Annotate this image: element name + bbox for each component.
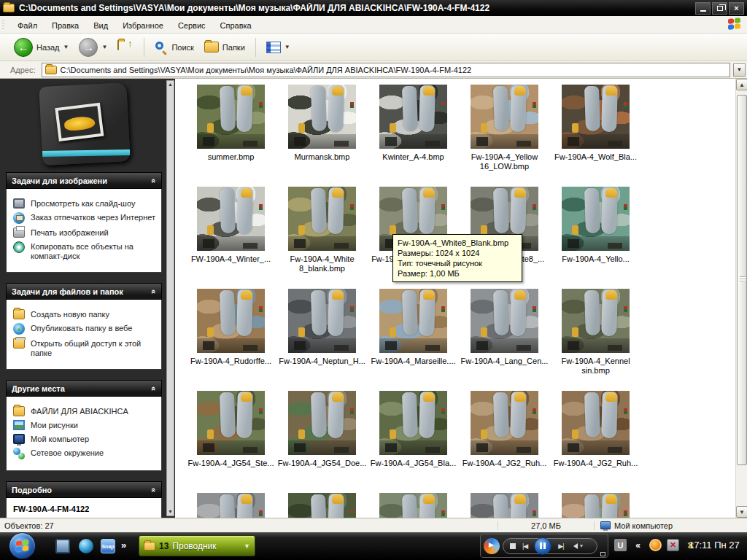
pause-button[interactable] <box>534 537 551 555</box>
task-panel-header[interactable]: Задачи для изображени « <box>6 172 162 189</box>
toolbar-grip[interactable] <box>2 19 4 30</box>
task-link[interactable]: Создать новую папку <box>13 310 157 319</box>
file-thumbnail[interactable] <box>562 391 630 455</box>
task-link[interactable]: Заказ отпечатков через Интернет <box>13 213 157 224</box>
scroll-down-icon[interactable]: ▼ <box>167 508 174 516</box>
file-item[interactable]: Kwinter_A-4.bmp <box>368 85 459 187</box>
tray-chevron-icon[interactable]: « <box>632 539 644 551</box>
folders-button[interactable]: Папки <box>201 39 249 55</box>
file-item[interactable]: Fw-190A-4_Yellow 16_LOW.bmp <box>459 85 550 187</box>
scroll-down-button[interactable]: ▼ <box>736 506 747 518</box>
file-thumbnail[interactable] <box>197 187 265 251</box>
file-thumbnail[interactable] <box>288 85 356 149</box>
taskbar-clock[interactable]: 17:11 Пн 27 <box>689 540 740 551</box>
file-thumbnail[interactable] <box>471 493 538 518</box>
toolbar-spinner[interactable] <box>600 541 605 551</box>
file-thumbnail[interactable] <box>562 289 630 353</box>
file-thumbnail[interactable] <box>197 493 265 518</box>
file-item[interactable]: Fw-190A-4_White 8_blank.bmp <box>276 187 368 289</box>
restore-player-icon[interactable] <box>600 552 605 556</box>
file-thumbnail[interactable] <box>379 289 447 353</box>
stop-button[interactable] <box>510 543 516 549</box>
file-thumbnail[interactable] <box>562 187 630 251</box>
up-button[interactable]: ↑ <box>114 39 137 55</box>
wmp-icon[interactable] <box>484 538 500 554</box>
task-link[interactable]: Печать изображений <box>13 228 157 238</box>
task-link[interactable]: ФАЙЛИ ДЛЯ ABIACKIHCA <box>13 407 157 416</box>
file-item[interactable]: Fw-190A-4_Kennel sin.bmp <box>550 289 641 391</box>
snap-icon[interactable]: Snap <box>101 539 115 553</box>
task-link[interactable]: Копировать все объекты на компакт-диск <box>13 242 157 261</box>
views-button[interactable]: ▼ <box>263 39 294 55</box>
scroll-up-button[interactable]: ▲ <box>736 79 747 90</box>
file-item[interactable]: Fw-190A-4_Rudorffe... <box>185 289 276 391</box>
close-button[interactable]: × <box>729 2 744 15</box>
file-thumbnail[interactable] <box>288 391 356 455</box>
forward-button[interactable]: → ▼ <box>75 36 111 59</box>
address-input[interactable]: C:\Documents and Settings\VASYA\Мои доку… <box>42 63 730 77</box>
scrollbar-thumb[interactable] <box>737 95 747 465</box>
start-button[interactable] <box>9 532 36 559</box>
file-thumbnail[interactable] <box>471 289 538 353</box>
collapse-chevron-icon[interactable]: « <box>150 487 158 491</box>
task-link[interactable]: Мой компьютер <box>13 435 157 444</box>
file-item[interactable]: FW-190A-4_Green.bmp <box>368 493 459 518</box>
file-thumbnail[interactable] <box>197 289 265 353</box>
file-thumbnail[interactable] <box>288 187 356 251</box>
task-group-dropdown-icon[interactable]: ▼ <box>244 542 250 550</box>
task-link[interactable]: Открыть общий доступ к этой папке <box>13 339 157 358</box>
task-link[interactable]: Просмотреть как слайд-шоу <box>13 199 157 209</box>
show-desktop-icon[interactable] <box>55 539 70 553</box>
next-button[interactable]: ▶| <box>558 542 563 550</box>
forward-dropdown-icon[interactable]: ▼ <box>101 44 107 50</box>
file-item[interactable]: Fw-190A-4_JG54_Bla... <box>368 391 459 493</box>
file-thumbnail[interactable] <box>379 85 447 149</box>
agent-icon[interactable] <box>649 539 662 551</box>
file-item[interactable]: Fw-190A-4_JG54_Doe... <box>276 391 368 493</box>
collapse-chevron-icon[interactable]: « <box>150 178 158 182</box>
menu-item[interactable]: Избранное <box>115 18 171 33</box>
collapse-chevron-icon[interactable]: « <box>150 386 158 390</box>
menu-item[interactable]: Справка <box>213 18 259 33</box>
task-panel-header[interactable]: Другие места « <box>6 380 162 397</box>
file-item[interactable]: summer.bmp <box>185 85 276 187</box>
file-thumbnail[interactable] <box>471 391 538 455</box>
file-item[interactable]: Fw-190A-4_DS_70.bmp <box>459 493 550 518</box>
task-link[interactable]: Опубликовать папку в вебе <box>13 324 157 335</box>
restore-button[interactable] <box>712 2 727 15</box>
quicklaunch-overflow-chevron[interactable]: » <box>121 540 126 551</box>
details-panel-header[interactable]: Подробно « <box>6 481 162 498</box>
file-item[interactable]: Fw-190A-4_Marseille.... <box>368 289 459 391</box>
file-item[interactable]: Fw-190A-4_JG2_Blan... <box>185 493 276 518</box>
file-thumbnail[interactable] <box>471 85 538 149</box>
back-dropdown-icon[interactable]: ▼ <box>63 44 69 50</box>
file-item[interactable]: FW-190A-4_Winter_... <box>185 187 276 289</box>
network-offline-icon[interactable]: ✕ <box>667 539 679 551</box>
file-item[interactable]: Fw-190A-4_JG54_Ste... <box>185 391 276 493</box>
utorrent-icon[interactable]: U <box>614 539 627 551</box>
task-link[interactable]: Мои рисунки <box>13 421 157 430</box>
previous-button[interactable]: |◀ <box>522 542 527 550</box>
file-item[interactable]: Fw-190A-4_JG2_Ruh... <box>550 391 641 493</box>
file-item[interactable]: Fw-190A-4_Yello... <box>550 187 641 289</box>
minimize-button[interactable] <box>695 2 711 15</box>
task-panel-header[interactable]: Задачи для файлов и папок « <box>6 283 162 300</box>
file-thumbnail[interactable] <box>288 493 356 518</box>
task-link[interactable]: Сетевое окружение <box>13 448 157 459</box>
sidebar-scrollbar[interactable]: ▲ ▼ <box>166 80 174 516</box>
back-button[interactable]: ← Назад ▼ <box>10 36 72 59</box>
file-item[interactable]: Fw-190A-4_Neptun_H... <box>276 289 368 391</box>
file-item[interactable]: Fw-190A-4_Lang_Cen... <box>459 289 550 391</box>
explorer-task-button[interactable]: 13 Проводник ▼ <box>139 535 255 556</box>
file-thumbnail[interactable] <box>379 391 447 455</box>
collapse-chevron-icon[interactable]: « <box>150 289 158 293</box>
file-thumbnail[interactable] <box>197 391 265 455</box>
menu-item[interactable]: Правка <box>44 18 86 33</box>
menu-item[interactable]: Файл <box>10 18 44 33</box>
search-button[interactable]: Поиск <box>151 39 197 56</box>
vertical-scrollbar[interactable]: ▲ ▼ <box>735 79 747 518</box>
menu-item[interactable]: Вид <box>86 18 115 33</box>
file-thumbnail[interactable] <box>288 289 356 353</box>
volume-button[interactable]: ▼ <box>570 543 584 549</box>
file-thumbnail[interactable] <box>562 493 630 518</box>
